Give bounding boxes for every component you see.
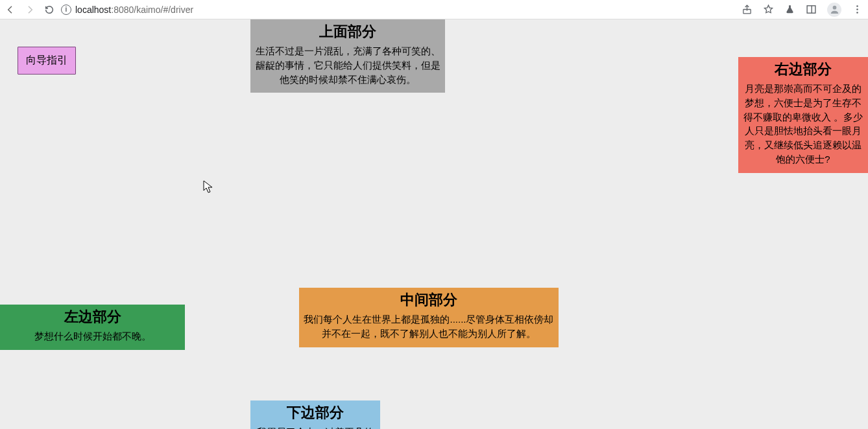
svg-point-5 [856,8,858,10]
guide-button[interactable]: 向导指引 [18,47,76,75]
nav-controls [5,5,54,15]
menu-icon[interactable] [852,4,863,15]
share-icon[interactable] [741,4,753,15]
card-bottom-body: 我用尽了全力，过着平凡的 [254,425,376,429]
card-mid: 中间部分 我们每个人生在世界上都是孤独的......尽管身体互相依傍却并不在一起… [299,288,559,347]
card-right-title: 右边部分 [742,60,864,79]
page-content: 向导指引 上面部分 生活不过是一片混乱，充满了各种可笑的、龌龊的事情，它只能给人… [0,19,868,429]
back-icon[interactable] [5,5,16,15]
card-left-body: 梦想什么时候开始都不晚。 [4,329,181,343]
url-port: :8080 [111,5,134,15]
panel-icon[interactable] [806,4,817,15]
card-right: 右边部分 月亮是那崇高而不可企及的梦想，六便士是为了生存不得不赚取的卑微收入 。… [738,57,868,173]
card-top-title: 上面部分 [254,22,441,41]
card-mid-body: 我们每个人生在世界上都是孤独的......尽管身体互相依傍却并不在一起，既不了解… [303,312,555,341]
card-top: 上面部分 生活不过是一片混乱，充满了各种可笑的、龌龊的事情，它只能给人们提供笑料… [250,19,445,93]
browser-toolbar: i localhost:8080/kaimo/#/driver [0,0,868,19]
url-host: localhost [75,5,111,15]
address-bar[interactable]: i localhost:8080/kaimo/#/driver [61,5,735,15]
card-bottom: 下边部分 我用尽了全力，过着平凡的 [250,400,380,429]
card-right-body: 月亮是那崇高而不可企及的梦想，六便士是为了生存不得不赚取的卑微收入 。多少人只是… [742,82,864,167]
cursor-icon [203,180,213,197]
card-bottom-title: 下边部分 [254,403,376,423]
svg-point-4 [856,5,858,7]
card-mid-title: 中间部分 [303,290,555,310]
site-info-icon[interactable]: i [61,5,71,15]
card-left: 左边部分 梦想什么时候开始都不晚。 [0,305,185,350]
card-left-title: 左边部分 [4,307,181,327]
profile-icon[interactable] [827,3,841,17]
toolbar-right [741,3,863,17]
svg-point-3 [832,6,836,10]
card-top-body: 生活不过是一片混乱，充满了各种可笑的、龌龊的事情，它只能给人们提供笑料，但是他笑… [254,44,441,86]
star-icon[interactable] [763,4,774,15]
url-path: /kaimo/#/driver [134,5,193,15]
flask-icon[interactable] [784,4,795,15]
reload-icon[interactable] [44,5,54,15]
forward-icon[interactable] [25,5,35,15]
svg-point-6 [856,12,858,14]
